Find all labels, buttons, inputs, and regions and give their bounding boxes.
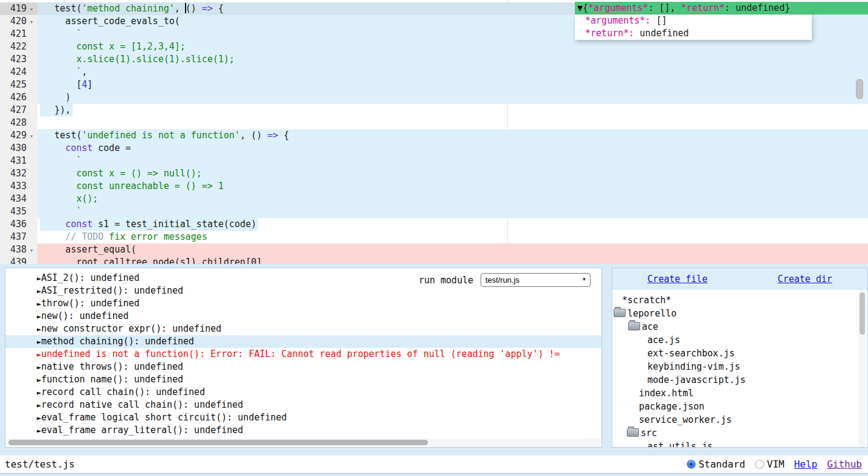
- code-line[interactable]: 436 const s1 = test_initial_state(code): [0, 218, 868, 231]
- tooltip-entry[interactable]: *arguments*: []: [575, 14, 812, 27]
- tree-vertical-scrollbar[interactable]: [858, 290, 866, 447]
- code-line[interactable]: 426 ): [0, 91, 868, 104]
- code-token: =>: [202, 3, 213, 14]
- code-line-text[interactable]: [37, 117, 868, 129]
- code-line-text[interactable]: }),: [37, 104, 868, 117]
- code-line[interactable]: 424 `,: [0, 66, 868, 79]
- code-line[interactable]: 427 }),: [0, 104, 868, 117]
- tree-folder-row[interactable]: leporello: [612, 307, 867, 320]
- code-line[interactable]: 425 [4]: [0, 79, 868, 91]
- result-row[interactable]: ►function name(): undefined: [5, 373, 601, 386]
- file-tree: *scratch*leporelloaceace.jsext-searchbox…: [612, 290, 867, 448]
- collapse-triangle-icon[interactable]: ▼: [577, 2, 583, 13]
- code-line[interactable]: 428: [0, 117, 868, 129]
- code-line-text[interactable]: const x = () => null();: [37, 167, 868, 180]
- code-line-text[interactable]: assert_equal(: [37, 243, 868, 256]
- code-line-text[interactable]: ): [37, 91, 868, 104]
- code-token: // TODO: [44, 231, 103, 242]
- tree-file-row[interactable]: *scratch*: [612, 294, 867, 307]
- value-inspector-tooltip: ▼{*arguments*: [], *return*: undefined} …: [575, 2, 868, 40]
- code-line-text[interactable]: root_calltree_node(s1).children[0]: [37, 256, 868, 264]
- result-row[interactable]: ►throw(): undefined: [5, 297, 601, 310]
- code-line[interactable]: 438▾ assert_equal(: [0, 243, 868, 256]
- fold-widget-icon[interactable]: ▾: [27, 130, 36, 143]
- gutter-cell: 419▾: [0, 2, 37, 15]
- code-line-text[interactable]: `: [37, 205, 868, 218]
- result-row[interactable]: ►undefined is not a function(): Error: F…: [5, 348, 601, 361]
- code-line[interactable]: 432 const x = () => null();: [0, 167, 868, 180]
- keybinding-mode-vim[interactable]: VIM: [755, 458, 785, 470]
- code-line-text[interactable]: x.slice(1).slice(1).slice(1);: [37, 53, 868, 66]
- code-line-text[interactable]: const unreachable = () => 1: [37, 180, 868, 193]
- help-link[interactable]: Help: [794, 458, 818, 470]
- code-line[interactable]: 437 // TODO fix error messages: [0, 231, 868, 243]
- module-select[interactable]: test/run.js: [481, 273, 591, 287]
- results-horizontal-scrollbar-thumb[interactable]: [8, 440, 428, 445]
- radio-button-icon[interactable]: [687, 460, 696, 469]
- code-line[interactable]: 430 const code =: [0, 142, 868, 155]
- code-line-text[interactable]: `: [37, 155, 868, 167]
- code-line[interactable]: 434 x();: [0, 193, 868, 205]
- code-line-text[interactable]: test('undefined is not a function', () =…: [37, 129, 868, 142]
- tree-file-row[interactable]: ast_utils.js: [612, 440, 867, 448]
- code-line-text[interactable]: `,: [37, 66, 868, 79]
- code-token: (): [186, 3, 202, 14]
- tree-file-row[interactable]: service_worker.js: [612, 413, 867, 426]
- tree-file-row[interactable]: ext-searchbox.js: [612, 347, 867, 360]
- code-line[interactable]: 439 root_calltree_node(s1).children[0]: [0, 256, 868, 264]
- test-results-panel: run module test/run.js ▾ ►ASI_2(): undef…: [5, 268, 602, 448]
- tree-folder-row[interactable]: src: [612, 426, 867, 440]
- code-line-text[interactable]: // TODO fix error messages: [37, 231, 868, 243]
- code-line[interactable]: 435 `: [0, 205, 868, 218]
- tree-vertical-scrollbar-thumb[interactable]: [860, 292, 865, 335]
- line-number: 433: [0, 180, 27, 193]
- result-row[interactable]: ►method chaining(): undefined: [5, 335, 601, 348]
- code-line-text[interactable]: const x = [1,2,3,4];: [37, 40, 868, 53]
- code-line-text[interactable]: const code =: [37, 142, 868, 155]
- radio-button-icon[interactable]: [755, 460, 764, 469]
- result-row[interactable]: ►record native call chain(): undefined: [5, 399, 601, 411]
- result-row[interactable]: ►new(): undefined: [5, 310, 601, 323]
- code-line[interactable]: 429▾ test('undefined is not a function',…: [0, 129, 868, 142]
- result-row[interactable]: ►new constructor expr(): undefined: [5, 323, 601, 335]
- result-row[interactable]: ►native throws(): undefined: [5, 361, 601, 373]
- tree-file-row[interactable]: package.json: [612, 400, 867, 413]
- gutter-cell: 425: [0, 79, 37, 91]
- fold-widget-icon[interactable]: ▾: [27, 16, 36, 28]
- keybinding-mode-standard[interactable]: Standard: [687, 458, 745, 470]
- code-line[interactable]: 423 x.slice(1).slice(1).slice(1);: [0, 53, 868, 66]
- test-results-list: ►ASI_2(): undefined►ASI_restrited(): und…: [5, 272, 601, 437]
- tree-file-row[interactable]: mode-javascript.js: [612, 373, 867, 387]
- code-token: ,: [175, 3, 186, 14]
- code-token: ): [44, 92, 71, 103]
- create-dir-link[interactable]: Create dir: [778, 274, 832, 285]
- result-row[interactable]: ►eval_frame array_literal(): undefined: [5, 424, 601, 437]
- fold-widget-icon[interactable]: ▾: [27, 244, 36, 257]
- create-file-link[interactable]: Create file: [647, 274, 707, 285]
- module-select-wrap: test/run.js ▾: [481, 273, 591, 287]
- code-line-text[interactable]: const s1 = test_initial_state(code): [37, 218, 868, 231]
- tree-file-row[interactable]: index.html: [612, 387, 867, 400]
- tree-folder-row[interactable]: ace: [612, 320, 867, 333]
- code-line[interactable]: 431 `: [0, 155, 868, 167]
- result-text: record native call chain(): undefined: [41, 399, 243, 410]
- code-line[interactable]: 422 const x = [1,2,3,4];: [0, 40, 868, 53]
- tree-file-row[interactable]: keybinding-vim.js: [612, 360, 867, 373]
- code-line-text[interactable]: [4]: [37, 79, 868, 91]
- editor-vertical-scrollbar-thumb[interactable]: [856, 79, 863, 99]
- github-link[interactable]: Github: [827, 458, 862, 470]
- code-token: test(: [44, 3, 82, 14]
- highlighted-expression: const s1 = test_initial_state(code): [40, 218, 258, 231]
- tree-file-row[interactable]: ace.js: [612, 333, 867, 347]
- value-inspector-header[interactable]: ▼{*arguments*: [], *return*: undefined}: [575, 2, 868, 14]
- result-row[interactable]: ►record call chain(): undefined: [5, 386, 601, 399]
- results-horizontal-scrollbar[interactable]: [6, 439, 601, 446]
- result-row[interactable]: ►eval_frame logical short circuit(): und…: [5, 411, 601, 424]
- code-line[interactable]: 433 const unreachable = () => 1: [0, 180, 868, 193]
- result-text: method chaining(): undefined: [41, 336, 194, 347]
- fold-widget-icon[interactable]: ▾: [27, 3, 36, 16]
- tooltip-entry-key: *arguments*:: [580, 15, 650, 26]
- tooltip-entry[interactable]: *return*: undefined: [575, 27, 812, 40]
- code-line-text[interactable]: x();: [37, 193, 868, 205]
- result-text: native throws(): undefined: [41, 361, 183, 372]
